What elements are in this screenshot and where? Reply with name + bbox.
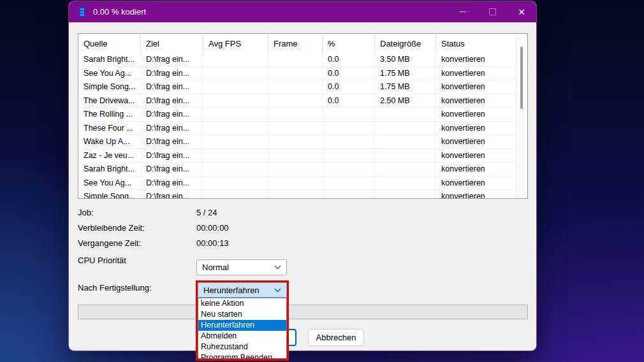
table-row[interactable]: See You Ag...D:\frag ein...konvertieren bbox=[78, 177, 527, 191]
cell-avg_fps bbox=[203, 163, 268, 176]
cell-status: konvertieren bbox=[436, 190, 516, 199]
cell-status: konvertieren bbox=[436, 67, 516, 80]
dropdown-option[interactable]: Abmelden bbox=[198, 331, 286, 342]
table-row[interactable]: Simple Song...D:\frag ein...konvertieren bbox=[78, 190, 527, 199]
table-body: Sarah Bright...D:\frag ein...0.03.50 MBk… bbox=[78, 53, 527, 199]
cell-status: konvertieren bbox=[436, 108, 516, 121]
cell-status: konvertieren bbox=[436, 149, 516, 163]
table-row[interactable]: The Drivewa...D:\frag ein...0.02.50 MBko… bbox=[78, 94, 527, 108]
cell-size bbox=[375, 190, 436, 199]
dropdown-option[interactable]: Ruhezustand bbox=[198, 342, 286, 352]
cell-ziel: D:\frag ein... bbox=[141, 177, 203, 190]
dropdown-option[interactable]: Herunterfahren bbox=[198, 320, 286, 331]
cell-pct bbox=[323, 163, 375, 176]
column-header[interactable]: Status bbox=[436, 34, 516, 53]
table-row[interactable]: The Rolling ...D:\frag ein...konvertiere… bbox=[78, 108, 527, 122]
dropdown-option[interactable]: Neu starten bbox=[198, 309, 286, 320]
cell-avg_fps bbox=[203, 67, 268, 80]
cell-frame bbox=[268, 177, 323, 190]
close-button[interactable]: ✕ bbox=[507, 1, 536, 22]
cell-frame bbox=[268, 122, 323, 135]
cell-pct: 0.0 bbox=[323, 53, 375, 66]
cell-pct bbox=[323, 122, 375, 135]
cell-quelle: Wake Up A... bbox=[78, 135, 141, 148]
cell-ziel: D:\frag ein... bbox=[141, 163, 203, 176]
column-header[interactable]: Dateigröße bbox=[375, 34, 436, 53]
cell-avg_fps bbox=[203, 135, 268, 148]
cpu-priority-select[interactable]: Normal bbox=[196, 259, 287, 275]
cancel-button[interactable]: Abbrechen bbox=[308, 329, 364, 346]
cell-pct: 0.0 bbox=[323, 80, 375, 94]
dropdown-option[interactable]: keine Aktion bbox=[198, 298, 286, 309]
column-header[interactable]: Frame bbox=[268, 34, 323, 53]
chevron-down-icon bbox=[274, 265, 281, 270]
cell-quelle: See You Ag... bbox=[78, 67, 141, 80]
cell-avg_fps bbox=[203, 177, 268, 190]
table-row[interactable]: Sarah Bright...D:\frag ein...0.03.50 MBk… bbox=[78, 53, 527, 67]
table-row[interactable]: Simple Song...D:\frag ein...0.01.75 MBko… bbox=[78, 80, 527, 94]
cell-frame bbox=[268, 135, 323, 148]
maximize-icon bbox=[489, 8, 496, 15]
cpu-priority-value: Normal bbox=[202, 263, 229, 272]
cell-quelle: See You Ag... bbox=[78, 177, 141, 190]
table-header: QuelleZielAvg FPSFrame%DateigrößeStatus bbox=[78, 34, 527, 53]
cell-size bbox=[375, 149, 436, 163]
cell-ziel: D:\frag ein... bbox=[141, 67, 203, 80]
cell-quelle: Simple Song... bbox=[78, 190, 141, 199]
progress-bar bbox=[78, 305, 528, 319]
cell-status: konvertieren bbox=[436, 122, 516, 135]
column-header[interactable]: Avg FPS bbox=[203, 34, 268, 53]
job-queue-table: QuelleZielAvg FPSFrame%DateigrößeStatus … bbox=[78, 33, 528, 199]
scrollbar-thumb[interactable] bbox=[520, 47, 523, 109]
table-row[interactable]: Sarah Bright...D:\frag ein...konvertiere… bbox=[78, 163, 527, 177]
after-completion-label: Nach Fertigstellung: bbox=[78, 283, 152, 293]
job-label: Job: bbox=[78, 208, 94, 217]
column-header[interactable]: Ziel bbox=[141, 34, 203, 53]
cell-quelle: Simple Song... bbox=[78, 80, 141, 94]
table-row[interactable]: Wake Up A...D:\frag ein...konvertieren bbox=[78, 135, 527, 149]
cell-frame bbox=[268, 53, 323, 66]
cell-size bbox=[375, 108, 436, 121]
cell-status: konvertieren bbox=[436, 177, 516, 190]
dropdown-option[interactable]: Programm Beenden bbox=[198, 352, 286, 359]
cell-status: konvertieren bbox=[436, 135, 516, 148]
table-row[interactable]: These Four ...D:\frag ein...konvertieren bbox=[78, 122, 527, 136]
titlebar[interactable]: 0.00 % kodiert ✕ bbox=[69, 1, 536, 22]
cell-pct: 0.0 bbox=[323, 94, 375, 108]
cell-frame bbox=[268, 67, 323, 80]
cell-ziel: D:\frag ein... bbox=[141, 80, 203, 94]
remaining-time-label: Verbleibende Zeit: bbox=[78, 223, 145, 233]
cell-avg_fps bbox=[203, 149, 268, 163]
cpu-priority-label: CPU Priorität bbox=[78, 256, 126, 265]
desktop-background: 0.00 % kodiert ✕ QuelleZielAvg FPSFrame%… bbox=[0, 0, 644, 362]
cell-size bbox=[375, 135, 436, 148]
maximize-button[interactable] bbox=[478, 1, 507, 22]
cell-size: 3.50 MB bbox=[375, 53, 436, 66]
cell-size bbox=[375, 177, 436, 190]
minimize-button[interactable] bbox=[448, 1, 478, 22]
cell-ziel: D:\frag ein... bbox=[141, 94, 203, 108]
cell-frame bbox=[268, 80, 323, 94]
cell-status: konvertieren bbox=[436, 94, 516, 108]
cell-quelle: Zaz - Je veu... bbox=[78, 149, 141, 163]
cell-avg_fps bbox=[203, 53, 268, 66]
cell-size bbox=[375, 163, 436, 176]
table-row[interactable]: See You Ag...D:\frag ein...0.01.75 MBkon… bbox=[78, 67, 527, 81]
vertical-scrollbar[interactable] bbox=[516, 34, 527, 198]
table-row[interactable]: Zaz - Je veu...D:\frag ein...konvertiere… bbox=[78, 149, 527, 163]
cell-pct: 0.0 bbox=[323, 67, 375, 80]
elapsed-time-label: Vergangene Zeit: bbox=[78, 238, 141, 248]
cell-pct bbox=[323, 149, 375, 163]
cell-ziel: D:\frag ein... bbox=[141, 108, 203, 121]
after-completion-select[interactable]: Herunterfahren bbox=[198, 282, 287, 298]
cell-frame bbox=[268, 163, 323, 176]
column-header[interactable]: % bbox=[323, 34, 375, 53]
cell-quelle: Sarah Bright... bbox=[78, 53, 141, 66]
cell-ziel: D:\frag ein... bbox=[141, 135, 203, 148]
cell-status: konvertieren bbox=[436, 163, 516, 176]
cell-size: 1.75 MB bbox=[375, 80, 436, 94]
cell-avg_fps bbox=[203, 122, 268, 135]
cell-avg_fps bbox=[203, 190, 268, 199]
cell-size: 1.75 MB bbox=[375, 67, 436, 80]
column-header[interactable]: Quelle bbox=[78, 34, 141, 53]
